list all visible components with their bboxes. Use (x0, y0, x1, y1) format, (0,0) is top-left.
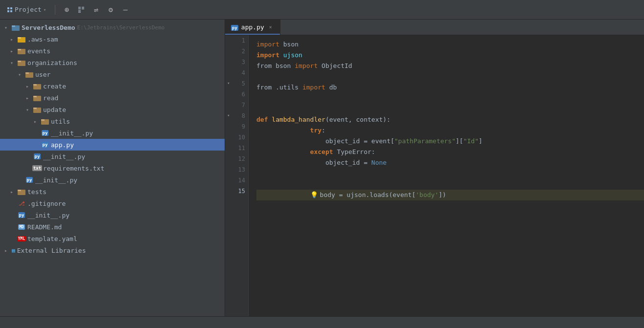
aws-sam-folder-icon (18, 36, 25, 43)
main-layout: ServerlessDemo E:\Jetbrains\ServerlessDe… (0, 20, 644, 316)
sidebar-item-organizations[interactable]: organizations (0, 57, 225, 68)
gutter-4: 4 (225, 67, 248, 78)
project-path: E:\Jetbrains\ServerlessDemo (77, 24, 165, 31)
tab-label: app.py (241, 23, 264, 31)
str-path-params: "pathParameters" (394, 136, 456, 147)
gutter-15: 15 (225, 186, 248, 197)
crosshair-icon[interactable]: ⊕ (61, 4, 72, 15)
project-sidebar: ServerlessDemo E:\Jetbrains\ServerlessDe… (0, 20, 225, 316)
sidebar-item-read[interactable]: read (0, 92, 225, 104)
sidebar-item-events[interactable]: events (0, 45, 225, 57)
root-arrow (2, 23, 10, 31)
sidebar-item-app-py[interactable]: py app.py (0, 139, 225, 151)
assign-12: = (364, 157, 371, 168)
gutter-13: 13 (225, 164, 248, 175)
sidebar-item-tests[interactable]: tests (0, 186, 225, 197)
sidebar-item-user[interactable]: user (0, 68, 225, 80)
tab-app-py[interactable]: py app.py × (225, 20, 280, 35)
tests-folder-icon (18, 188, 25, 195)
tree-root-project[interactable]: ServerlessDemo E:\Jetbrains\ServerlessDe… (0, 22, 225, 33)
svg-rect-32 (18, 190, 21, 191)
gutter-5: 5 ▾ (225, 78, 248, 89)
svg-rect-10 (78, 10, 81, 11)
bulb-icon-15[interactable]: 💡 (310, 191, 318, 199)
settings-icon[interactable]: ⚙ (105, 4, 116, 15)
aws-sam-label: .aws-sam (27, 36, 58, 43)
sidebar-item-create[interactable]: create (0, 80, 225, 92)
organizations-label: organizations (27, 59, 77, 66)
ext-libraries-label: External Libraries (17, 247, 86, 254)
tab-bar: py app.py × (225, 20, 644, 35)
sidebar-item-init-user[interactable]: py __init__.py (0, 151, 225, 162)
init-user-label: __init__.py (43, 153, 85, 160)
fold-arrow-8[interactable]: ▾ (226, 113, 231, 118)
mod-bson-3: bson (276, 61, 291, 71)
requirements-txt-icon: txt (33, 164, 41, 172)
svg-rect-12 (78, 12, 81, 13)
code-editor[interactable]: 1 2 3 4 5 ▾ 6 7 8 ▾ 9 10 11 12 13 14 (225, 35, 644, 316)
init-update-label: __init__.py (51, 130, 93, 137)
svg-rect-30 (41, 119, 45, 121)
events-folder-icon (18, 47, 25, 54)
svg-rect-18 (18, 49, 21, 50)
code-line-3: from bson import ObjectId (256, 61, 644, 71)
close-15: ]) (438, 190, 446, 200)
init-root-py-icon: py (18, 211, 25, 219)
init-org-arrow (16, 176, 23, 184)
code-line-8: def lambda_handler(event, context): (256, 114, 644, 125)
sidebar-item-requirements[interactable]: txt requirements.txt (0, 162, 225, 174)
template-arrow (8, 235, 16, 242)
code-line-10: object_id = event["pathParameters"]["Id"… (256, 136, 644, 147)
cls-typeerror: TypeError (337, 147, 371, 157)
sidebar-item-aws-sam[interactable]: .aws-sam (0, 33, 225, 45)
svg-rect-4 (78, 7, 81, 7)
gutter-10: 10 (225, 132, 248, 143)
sidebar-item-template[interactable]: YML template.yaml (0, 233, 225, 244)
sidebar-item-utils[interactable]: utils (0, 115, 225, 127)
colon-11: : (371, 147, 375, 157)
readme-arrow (8, 223, 16, 231)
kw-import-3: import (295, 61, 318, 71)
gitignore-label: .gitignore (27, 200, 66, 207)
bracket-10: ][ (456, 136, 463, 147)
svg-rect-6 (78, 9, 81, 9)
svg-rect-11 (78, 11, 81, 12)
gutter-12: 12 (225, 153, 248, 164)
expand-all-icon[interactable]: ⇌ (91, 4, 101, 15)
svg-rect-7 (82, 7, 84, 7)
code-content[interactable]: import bson import ujson from bson impor… (249, 35, 644, 316)
app-py-arrow (31, 141, 39, 149)
sidebar-item-init-org[interactable]: py __init__.py (0, 174, 225, 186)
gutter-3: 3 (225, 57, 248, 67)
tab-close-button[interactable]: × (267, 24, 274, 31)
create-label: create (43, 83, 66, 90)
utils-label: utils (51, 118, 70, 125)
sidebar-item-ext-libraries[interactable]: ▦ External Libraries (0, 244, 225, 256)
init-root-label: __init__.py (27, 212, 69, 219)
sidebar-item-update[interactable]: update (0, 104, 225, 115)
kw-import-1: import (256, 39, 279, 50)
fold-arrow-5[interactable]: ▾ (226, 81, 231, 86)
project-dropdown-arrow: ▾ (44, 7, 46, 12)
sidebar-item-gitignore[interactable]: ⎇ .gitignore (0, 197, 225, 209)
svg-rect-28 (33, 108, 37, 109)
svg-rect-3 (10, 10, 12, 12)
var-object-id-12: object_id (325, 157, 360, 168)
sidebar-item-readme[interactable]: MD README.md (0, 221, 225, 233)
project-dropdown[interactable]: Project ▾ (4, 5, 49, 14)
minimize-icon[interactable]: — (120, 4, 131, 15)
str-id: "Id" (463, 136, 479, 147)
file-tree: ServerlessDemo E:\Jetbrains\ServerlessDe… (0, 20, 225, 316)
update-folder-icon (33, 106, 41, 113)
user-folder-icon (25, 71, 33, 78)
sidebar-item-init-root[interactable]: py __init__.py (0, 209, 225, 221)
sidebar-item-init-update[interactable]: py __init__.py (0, 127, 225, 139)
collapse-all-icon[interactable] (76, 4, 87, 15)
kw-import-2: import (256, 50, 279, 61)
read-folder-icon (33, 94, 41, 101)
line-gutter: 1 2 3 4 5 ▾ 6 7 8 ▾ 9 10 11 12 13 14 (225, 35, 249, 316)
str-body: 'body' (415, 190, 438, 200)
events-label: events (27, 47, 50, 55)
close-10: ] (479, 136, 483, 147)
project-label: Project (15, 6, 42, 13)
